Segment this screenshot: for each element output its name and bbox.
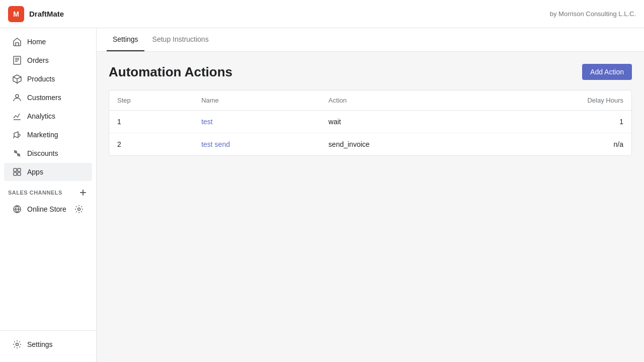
main-content: Settings Setup Instructions Automation A… (97, 28, 644, 362)
app-logo: M (8, 6, 24, 22)
cell-name[interactable]: test send (193, 133, 320, 156)
orders-icon (12, 55, 22, 65)
page-title: Automation Actions (109, 64, 232, 80)
sidebar-item-apps[interactable]: Apps (4, 163, 92, 181)
settings-gear-icon (74, 204, 84, 214)
sidebar-item-customers[interactable]: Customers (4, 88, 92, 107)
tab-bar: Settings Setup Instructions (97, 28, 644, 52)
discounts-icon (12, 148, 22, 158)
analytics-icon (12, 111, 22, 121)
svg-point-10 (16, 343, 19, 346)
sidebar-item-products[interactable]: Products (4, 70, 92, 88)
table-row: 1 test wait 1 (109, 111, 631, 133)
svg-rect-0 (14, 56, 21, 64)
home-icon (12, 37, 22, 47)
col-step: Step (109, 90, 193, 111)
svg-point-1 (16, 95, 19, 98)
top-bar-left: M DraftMate (8, 6, 64, 22)
sidebar-item-marketing[interactable]: Marketing (4, 126, 92, 144)
content-area: Automation Actions Add Action Step Name … (97, 52, 644, 362)
products-icon (12, 74, 22, 84)
sidebar-nav: Home Orders (0, 32, 96, 330)
svg-rect-6 (14, 172, 17, 175)
add-sales-channel-button[interactable] (78, 188, 88, 198)
online-store-icon (12, 204, 22, 214)
attribution: by Morrison Consulting L.L.C. (550, 10, 636, 18)
cell-delay-hours: n/a (483, 133, 631, 156)
svg-rect-7 (18, 172, 21, 175)
table-body: 1 test wait 1 2 test send send_invoice n… (109, 111, 631, 156)
apps-icon (12, 167, 22, 177)
cell-delay-hours: 1 (483, 111, 631, 133)
app-name: DraftMate (29, 10, 64, 18)
sidebar-item-discounts[interactable]: Discounts (4, 144, 92, 162)
table-row: 2 test send send_invoice n/a (109, 133, 631, 156)
sidebar-item-online-store[interactable]: Online Store (4, 200, 92, 218)
sidebar-bottom: Settings (0, 330, 96, 358)
cell-step: 1 (109, 111, 193, 133)
customers-icon (12, 93, 22, 103)
tab-settings[interactable]: Settings (107, 28, 144, 51)
sidebar-item-orders[interactable]: Orders (4, 51, 92, 69)
svg-rect-4 (14, 168, 17, 171)
cell-action: send_invoice (320, 133, 484, 156)
col-name: Name (193, 90, 320, 111)
sidebar-item-home[interactable]: Home (4, 33, 92, 51)
top-bar: M DraftMate by Morrison Consulting L.L.C… (0, 0, 644, 28)
settings-icon (12, 339, 22, 349)
table-container: Step Name Action Delay Hours 1 test wait… (109, 90, 632, 156)
cell-action: wait (320, 111, 484, 133)
sidebar-item-analytics[interactable]: Analytics (4, 107, 92, 125)
svg-rect-5 (18, 168, 21, 171)
svg-point-9 (78, 208, 80, 211)
sidebar-item-settings[interactable]: Settings (4, 335, 92, 353)
sidebar: Home Orders (0, 28, 97, 362)
cell-name[interactable]: test (193, 111, 320, 133)
add-action-button[interactable]: Add Action (582, 64, 632, 80)
content-header: Automation Actions Add Action (109, 64, 632, 80)
cell-step: 2 (109, 133, 193, 156)
marketing-icon (12, 130, 22, 140)
tab-setup-instructions[interactable]: Setup Instructions (146, 28, 215, 51)
table-header-row: Step Name Action Delay Hours (109, 90, 631, 111)
sales-channels-header: SALES CHANNELS (0, 182, 96, 200)
automation-table: Step Name Action Delay Hours 1 test wait… (109, 90, 631, 155)
col-action: Action (320, 90, 484, 111)
col-delay-hours: Delay Hours (483, 90, 631, 111)
